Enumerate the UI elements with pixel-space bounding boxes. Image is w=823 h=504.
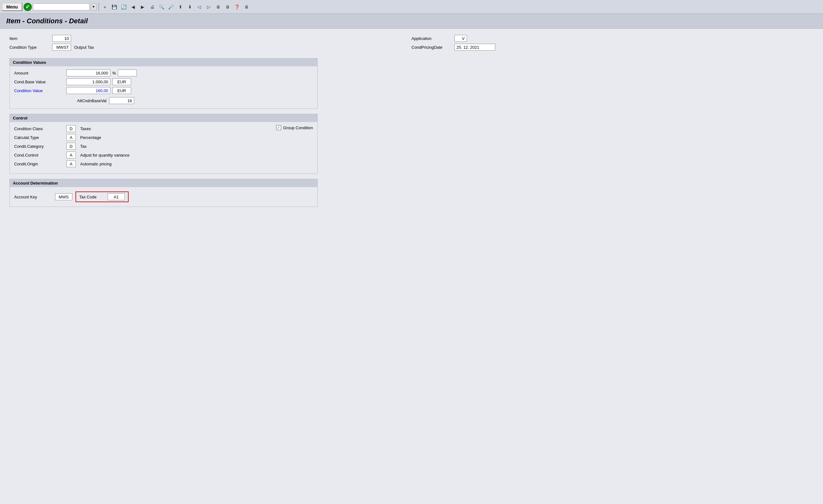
item-label: Item	[9, 36, 50, 41]
control-body: Condition Class D Taxes Calculat.Type A …	[10, 122, 317, 174]
forward-icon[interactable]: ▶	[139, 3, 147, 11]
control-left: Condition Class D Taxes Calculat.Type A …	[14, 125, 270, 169]
calculat-type-row: Calculat.Type A Percentage	[14, 134, 270, 141]
condition-value-input[interactable]	[66, 87, 110, 94]
condit-origin-value-box: A	[66, 160, 76, 167]
condit-category-value: D	[69, 144, 72, 149]
account-determination-body: Account Key Tax Code	[10, 187, 317, 206]
account-determination-section: Account Determination Account Key Tax Co…	[9, 179, 318, 207]
nav-down-icon[interactable]: ⬇	[186, 3, 194, 11]
group-condition-row: ✓ Group Condition	[276, 125, 313, 130]
check-icon[interactable]: ✓	[24, 3, 32, 11]
print-icon[interactable]: 🖨	[148, 3, 156, 11]
nav-prev-icon[interactable]: ◁	[195, 3, 203, 11]
altcdn-input[interactable]	[109, 97, 134, 104]
back-icon[interactable]: ◀	[129, 3, 137, 11]
cond-base-label: Cond.Base Value	[14, 79, 64, 84]
find-next-icon[interactable]: 🔎	[167, 3, 175, 11]
amount-unit-input[interactable]	[118, 69, 137, 76]
condition-type-text: Output Tax	[74, 45, 94, 50]
application-input[interactable]	[455, 35, 467, 42]
cond-pricing-date-row: CondPricingDate	[412, 44, 814, 51]
condition-type-label: Condition Type	[9, 45, 50, 50]
content-area: Item Condition Type Output Tax Applicati…	[0, 29, 823, 218]
toolbar: Menu ✓ ▼ « 💾 🔄 ◀ ▶ 🖨 🔍 🔎 ⬆ ⬇ ◁ ▷ 🖥 🖥 ❓ 🖥	[0, 0, 823, 14]
calculat-type-value: A	[70, 135, 72, 140]
tax-code-box: Tax Code	[75, 191, 129, 202]
menu-button[interactable]: Menu	[2, 3, 22, 11]
calculat-type-label: Calculat.Type	[14, 135, 64, 140]
save-icon[interactable]: 💾	[110, 3, 119, 11]
condit-origin-row: Condit.Origin A Automatic pricing	[14, 160, 270, 167]
condition-class-value-box: D	[66, 125, 76, 132]
cond-control-value: A	[70, 153, 72, 158]
group-condition-label: Group Condition	[283, 126, 313, 130]
condit-origin-value: A	[70, 162, 72, 166]
condit-category-text: Tax	[78, 144, 87, 149]
cond-base-input[interactable]	[66, 78, 110, 85]
monitor2-icon[interactable]: 🖥	[223, 3, 232, 11]
amount-unit: %	[112, 71, 116, 75]
account-key-row: Account Key Tax Code	[14, 191, 313, 202]
control-header: Control	[10, 114, 317, 122]
help-icon[interactable]: ❓	[233, 3, 241, 11]
condition-class-text: Taxes	[78, 126, 91, 131]
condition-class-label: Condition Class	[14, 126, 64, 131]
condition-class-row: Condition Class D Taxes	[14, 125, 270, 132]
condition-value-row: Condition Value	[14, 87, 313, 94]
tax-code-label: Tax Code	[79, 195, 105, 199]
condition-values-header: Condition Values	[10, 58, 317, 66]
cond-control-value-box: A	[66, 152, 76, 158]
refresh-icon[interactable]: 🔄	[120, 3, 128, 11]
condit-category-value-box: D	[66, 143, 76, 150]
nav-first-icon[interactable]: «	[101, 3, 109, 11]
cond-pricing-date-input[interactable]	[455, 44, 495, 51]
cond-control-text: Adjust for quantity variance	[78, 153, 130, 158]
condit-origin-text: Automatic pricing	[78, 162, 112, 166]
header-right: Application CondPricingDate	[412, 35, 814, 52]
control-right: ✓ Group Condition	[276, 125, 313, 169]
application-row: Application	[412, 35, 814, 42]
account-determination-header: Account Determination	[10, 179, 317, 187]
item-input[interactable]	[52, 35, 71, 42]
control-content: Condition Class D Taxes Calculat.Type A …	[14, 125, 313, 169]
nav-next-icon[interactable]: ▷	[205, 3, 213, 11]
account-key-label: Account Key	[14, 195, 52, 199]
condition-value-unit[interactable]	[112, 87, 131, 94]
condition-values-section: Condition Values Amount % Cond.Base Valu…	[9, 58, 318, 109]
tax-code-input[interactable]	[108, 193, 125, 200]
condit-origin-label: Condit.Origin	[14, 162, 64, 166]
calculat-type-text: Percentage	[78, 135, 101, 140]
cond-base-row: Cond.Base Value	[14, 78, 313, 85]
altcdn-row: AltCndnBaseVal	[77, 97, 313, 104]
group-condition-checkbox[interactable]: ✓	[276, 125, 281, 130]
condit-category-row: Condit.Category D Tax	[14, 143, 270, 150]
separator	[99, 3, 99, 11]
account-key-input[interactable]	[55, 193, 72, 200]
display-icon[interactable]: 🖥	[242, 3, 251, 11]
monitor1-icon[interactable]: 🖥	[214, 3, 222, 11]
cond-control-row: Cond.Control A Adjust for quantity varia…	[14, 152, 270, 158]
nav-up-icon[interactable]: ⬆	[176, 3, 185, 11]
dropdown-arrow-icon[interactable]: ▼	[91, 3, 97, 10]
condition-value-label: Condition Value	[14, 89, 64, 93]
title-bar: Item - Conditions - Detail	[0, 14, 823, 29]
item-row: Item	[9, 35, 412, 42]
application-label: Application	[412, 36, 453, 41]
cond-control-label: Cond.Control	[14, 153, 64, 158]
header-left: Item Condition Type Output Tax	[9, 35, 412, 52]
condition-values-body: Amount % Cond.Base Value Condition Value…	[10, 66, 317, 109]
amount-row: Amount %	[14, 69, 313, 76]
page-title: Item - Conditions - Detail	[6, 17, 817, 25]
control-section: Control Condition Class D Taxes Calculat…	[9, 114, 318, 174]
amount-label: Amount	[14, 71, 64, 75]
header-fields: Item Condition Type Output Tax Applicati…	[9, 35, 814, 52]
amount-input[interactable]	[66, 69, 110, 76]
condition-type-row: Condition Type Output Tax	[9, 44, 412, 51]
command-input[interactable]	[33, 3, 90, 10]
altcdn-label: AltCndnBaseVal	[77, 99, 107, 103]
find-icon[interactable]: 🔍	[158, 3, 166, 11]
cond-base-unit[interactable]	[112, 78, 131, 85]
condition-type-input[interactable]	[52, 44, 71, 51]
condit-category-label: Condit.Category	[14, 144, 64, 149]
